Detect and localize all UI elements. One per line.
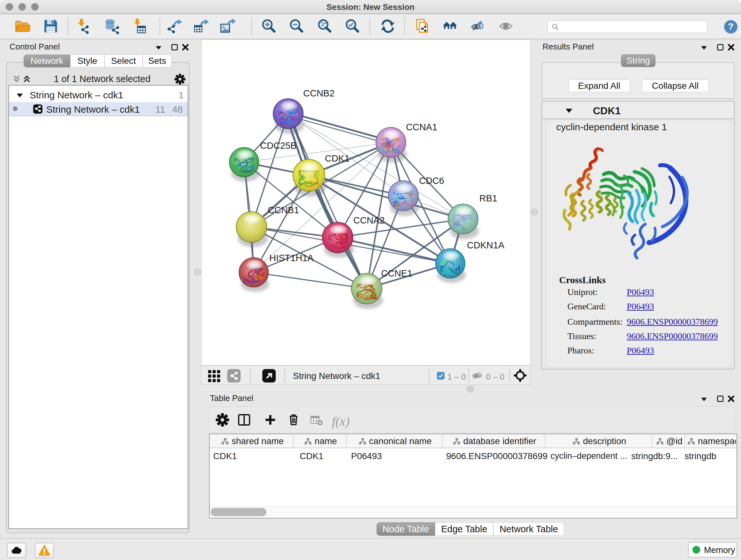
svg-text:CCNB1: CCNB1 — [268, 205, 299, 215]
svg-text:CDK1: CDK1 — [325, 153, 349, 164]
svg-text:HIST1H1A: HIST1H1A — [269, 253, 314, 263]
svg-text:?: ? — [728, 21, 734, 32]
svg-text:CDC6: CDC6 — [419, 176, 444, 186]
svg-text:CCNE1: CCNE1 — [381, 268, 412, 278]
svg-text:CCNA2: CCNA2 — [353, 215, 385, 226]
svg-text:CDKN1A: CDKN1A — [467, 240, 504, 250]
svg-text:RB1: RB1 — [479, 193, 497, 203]
svg-text:CDC25B: CDC25B — [260, 140, 296, 151]
svg-text:CCNB2: CCNB2 — [303, 88, 334, 98]
svg-text:CCNA1: CCNA1 — [406, 122, 437, 132]
